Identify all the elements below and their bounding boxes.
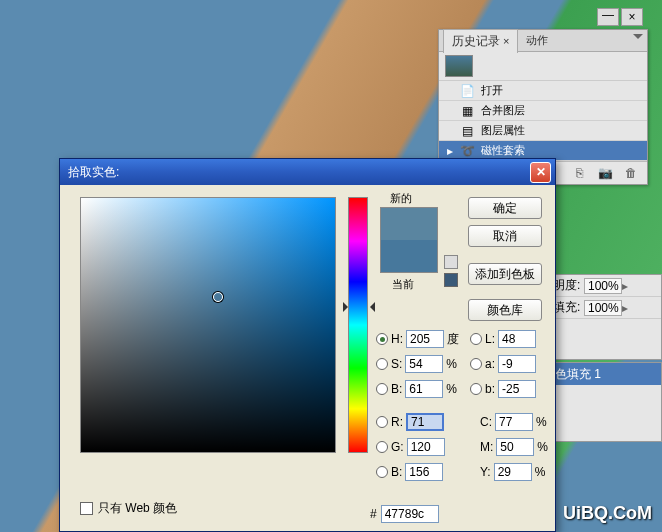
ok-button[interactable]: 确定 xyxy=(468,197,542,219)
color-field[interactable] xyxy=(80,197,336,453)
new-snapshot-icon[interactable]: 📷 xyxy=(597,166,613,180)
history-tabs: 历史记录 × 动作 xyxy=(439,30,647,52)
snapshot-thumb xyxy=(445,55,473,77)
b-lab-input[interactable] xyxy=(498,380,536,398)
hex-input[interactable] xyxy=(381,505,439,523)
g-row: G: xyxy=(376,438,445,456)
open-icon: 📄 xyxy=(457,83,477,99)
h-unit: 度 xyxy=(447,331,461,348)
current-color-label: 当前 xyxy=(392,277,414,292)
c-label: C: xyxy=(480,415,492,429)
history-item[interactable]: ▤ 图层属性 xyxy=(439,121,647,141)
cancel-button[interactable]: 取消 xyxy=(468,225,542,247)
s-label: S: xyxy=(391,357,402,371)
history-pointer-icon: ▸ xyxy=(443,144,457,158)
lasso-icon: ➰ xyxy=(457,143,477,159)
r-radio[interactable] xyxy=(376,416,388,428)
cube-icon[interactable] xyxy=(444,255,458,269)
watermark: UiBQ.CoM xyxy=(563,503,652,524)
history-snapshot-row[interactable] xyxy=(439,52,647,81)
b-rgb-input[interactable] xyxy=(405,463,443,481)
merge-icon: ▦ xyxy=(457,103,477,119)
h-label: H: xyxy=(391,332,403,346)
g-label: G: xyxy=(391,440,404,454)
close-button[interactable]: ✕ xyxy=(530,162,551,183)
y-label: Y: xyxy=(480,465,491,479)
history-item-label: 合并图层 xyxy=(481,103,525,118)
b-hsb-input[interactable] xyxy=(405,380,443,398)
m-row: M: % xyxy=(480,438,551,456)
b-hsb-row: B: % xyxy=(376,380,460,398)
b-lab-label: b: xyxy=(485,382,495,396)
m-input[interactable] xyxy=(496,438,534,456)
g-input[interactable] xyxy=(407,438,445,456)
history-item-label: 图层属性 xyxy=(481,123,525,138)
l-row: L: xyxy=(470,330,536,348)
b-rgb-row: B: xyxy=(376,463,443,481)
web-only-checkbox[interactable] xyxy=(80,502,93,515)
s-row: S: % xyxy=(376,355,460,373)
opacity-field[interactable]: 100% xyxy=(584,278,622,294)
history-item-label: 磁性套索 xyxy=(481,143,525,158)
r-label: R: xyxy=(391,415,403,429)
a-radio[interactable] xyxy=(470,358,482,370)
new-doc-icon[interactable]: ⎘ xyxy=(571,166,587,180)
m-unit: % xyxy=(537,440,551,454)
s-radio[interactable] xyxy=(376,358,388,370)
minimize-button[interactable]: — xyxy=(597,8,619,26)
color-library-button[interactable]: 颜色库 xyxy=(468,299,542,321)
layer-row[interactable]: 色填充 1 xyxy=(549,363,661,385)
c-row: C: % xyxy=(480,413,550,431)
websafe-swatch[interactable] xyxy=(444,273,458,287)
history-item-label: 打开 xyxy=(481,83,503,98)
a-row: a: xyxy=(470,355,536,373)
opacity-label: 明度: xyxy=(553,277,580,294)
color-cursor[interactable] xyxy=(213,292,223,302)
b-hsb-unit: % xyxy=(446,382,460,396)
panel-menu-icon[interactable] xyxy=(633,34,643,39)
layers-fill-panel: 色填充 1 xyxy=(548,362,662,442)
m-label: M: xyxy=(480,440,493,454)
tab-actions[interactable]: 动作 xyxy=(518,30,556,51)
hex-label: # xyxy=(370,507,377,521)
s-input[interactable] xyxy=(405,355,443,373)
a-input[interactable] xyxy=(498,355,536,373)
web-only-row: 只有 Web 颜色 xyxy=(80,500,177,517)
b-hsb-label: B: xyxy=(391,382,402,396)
b-lab-radio[interactable] xyxy=(470,383,482,395)
c-input[interactable] xyxy=(495,413,533,431)
chevron-right-icon[interactable]: ▸ xyxy=(622,279,632,293)
r-input[interactable] xyxy=(406,413,444,431)
panel-close-button[interactable]: × xyxy=(621,8,643,26)
new-color-swatch xyxy=(381,208,437,240)
g-radio[interactable] xyxy=(376,441,388,453)
h-radio[interactable] xyxy=(376,333,388,345)
color-preview xyxy=(380,207,438,273)
history-item[interactable]: 📄 打开 xyxy=(439,81,647,101)
layers-opacity-panel: 明度: 100% ▸ 填充: 100% ▸ xyxy=(548,274,662,360)
y-input[interactable] xyxy=(494,463,532,481)
b-rgb-radio[interactable] xyxy=(376,466,388,478)
fill-label: 填充: xyxy=(553,299,580,316)
a-label: a: xyxy=(485,357,495,371)
h-input[interactable] xyxy=(406,330,444,348)
add-swatch-button[interactable]: 添加到色板 xyxy=(468,263,542,285)
l-input[interactable] xyxy=(498,330,536,348)
l-radio[interactable] xyxy=(470,333,482,345)
trash-icon[interactable]: 🗑 xyxy=(623,166,639,180)
dialog-title: 拾取实色: xyxy=(64,164,530,181)
tab-history[interactable]: 历史记录 × xyxy=(443,29,518,53)
current-color-swatch[interactable] xyxy=(381,240,437,272)
l-label: L: xyxy=(485,332,495,346)
b-hsb-radio[interactable] xyxy=(376,383,388,395)
history-item[interactable]: ▦ 合并图层 xyxy=(439,101,647,121)
web-only-label: 只有 Web 颜色 xyxy=(98,500,177,517)
hue-indicator[interactable] xyxy=(343,302,375,312)
titlebar[interactable]: 拾取实色: ✕ xyxy=(60,159,555,185)
hue-slider[interactable] xyxy=(348,197,368,453)
r-row: R: xyxy=(376,413,444,431)
fill-field[interactable]: 100% xyxy=(584,300,622,316)
c-unit: % xyxy=(536,415,550,429)
properties-icon: ▤ xyxy=(457,123,477,139)
chevron-right-icon[interactable]: ▸ xyxy=(622,301,632,315)
